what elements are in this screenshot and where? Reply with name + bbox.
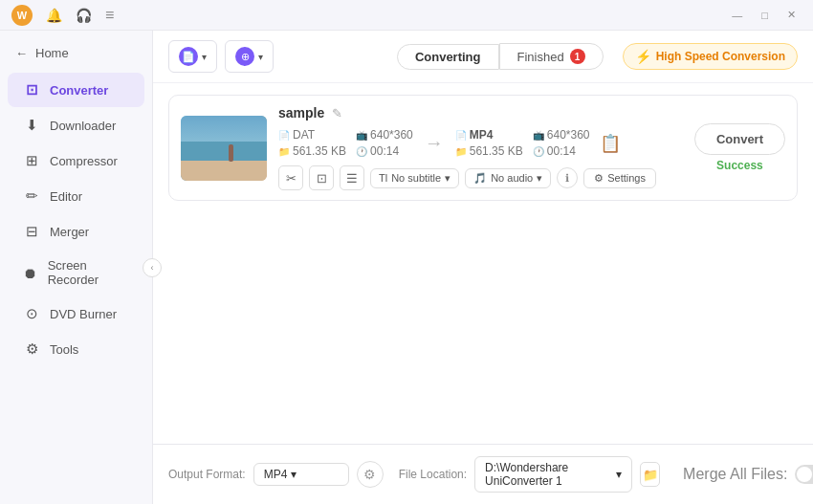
app-layout: ← Home ⊡Converter⬇Downloader⊞Compressor✏…: [0, 31, 813, 504]
settings-label: Settings: [607, 172, 646, 184]
back-icon: ←: [15, 46, 28, 60]
input-size-row: 📁 561.35 KB: [278, 144, 346, 158]
bottom-bar: Output Format: MP4 ▾ ⚙ File Location: D:…: [153, 444, 813, 504]
size-icon: 📁: [278, 146, 290, 157]
output-size-row: 📁 561.35 KB: [455, 144, 523, 158]
output-resolution: 640*360: [547, 128, 590, 142]
speed-conversion-button[interactable]: ⚡ High Speed Conversion: [623, 43, 798, 70]
sidebar-item-label-tools: Tools: [50, 342, 78, 357]
maximize-button[interactable]: □: [756, 8, 774, 23]
location-select[interactable]: D:\Wondershare UniConverter 1 ▾: [474, 456, 632, 493]
output-duration: 00:14: [547, 144, 576, 158]
merge-toggle[interactable]: [795, 465, 813, 484]
sidebar-home[interactable]: ← Home: [0, 38, 152, 72]
output-format-row: 📄 MP4: [455, 128, 523, 142]
sidebar-item-screen-recorder[interactable]: ⏺Screen Recorder: [8, 250, 144, 296]
speed-label: High Speed Conversion: [656, 50, 785, 63]
location-arrow: ▾: [616, 468, 622, 481]
headphone-icon[interactable]: 🎧: [76, 8, 92, 23]
audio-icon: 🎵: [473, 172, 487, 185]
sidebar-item-merger[interactable]: ⊟Merger: [8, 214, 144, 249]
settings-gear-icon: ⚙: [594, 172, 604, 185]
format-select[interactable]: MP4 ▾: [253, 463, 349, 486]
finished-tab[interactable]: Finished 1: [499, 43, 604, 70]
sidebar-item-label-merger: Merger: [50, 225, 89, 239]
sidebar-item-label-screen-recorder: Screen Recorder: [48, 258, 129, 287]
input-resolution-row: 📺 640*360: [356, 128, 413, 142]
converter-icon: ⊡: [23, 81, 40, 99]
output-resolution-row: 📺 640*360: [533, 128, 590, 142]
converting-tab[interactable]: Converting: [397, 44, 499, 70]
title-bar-icons: W 🔔 🎧 ≡: [11, 5, 114, 26]
cut-button[interactable]: ✂: [278, 165, 303, 190]
sidebar-item-editor[interactable]: ✏Editor: [8, 179, 144, 213]
sidebar-item-compressor[interactable]: ⊞Compressor: [8, 143, 144, 178]
format-icon: 📄: [278, 130, 290, 141]
sidebar-item-label-compressor: Compressor: [50, 154, 118, 168]
info-button[interactable]: ℹ: [557, 167, 578, 188]
output-size: 561.35 KB: [470, 144, 523, 158]
edit-icon[interactable]: ✎: [332, 106, 342, 121]
sidebar-item-label-editor: Editor: [50, 189, 82, 204]
compressor-icon: ⊞: [23, 152, 40, 169]
subtitle-select[interactable]: Tl No subtitle ▾: [370, 168, 459, 188]
add-files-button[interactable]: 📄 ▾: [168, 40, 217, 73]
file-name: sample: [278, 105, 324, 121]
merger-icon: ⊟: [23, 223, 40, 240]
crop-button[interactable]: ⊡: [309, 165, 334, 190]
output-format-field: Output Format: MP4 ▾ ⚙: [168, 461, 384, 488]
speed-icon: ⚡: [635, 49, 651, 64]
finished-tab-label: Finished: [517, 50, 564, 64]
output-format: MP4: [470, 128, 494, 142]
more-button[interactable]: ☰: [340, 165, 364, 190]
clock-icon: 🕐: [356, 146, 367, 157]
sidebar: ← Home ⊡Converter⬇Downloader⊞Compressor✏…: [0, 31, 153, 504]
downloader-icon: ⬇: [23, 117, 40, 134]
output-clock-icon: 🕐: [533, 146, 544, 157]
arrow-icon: →: [425, 132, 444, 154]
audio-select[interactable]: 🎵 No audio ▾: [465, 168, 551, 188]
settings-button[interactable]: ⚙ Settings: [583, 168, 656, 188]
close-button[interactable]: ✕: [781, 7, 802, 23]
finished-badge: 1: [570, 49, 585, 64]
input-format-row: 📄 DAT: [278, 128, 346, 142]
sidebar-items: ⊡Converter⬇Downloader⊞Compressor✏Editor⊟…: [0, 72, 152, 367]
audio-label: No audio: [491, 172, 533, 184]
dvd-burner-icon: ⊙: [23, 305, 40, 322]
success-label: Success: [716, 159, 763, 172]
sidebar-item-label-converter: Converter: [50, 83, 108, 98]
sidebar-item-label-dvd-burner: DVD Burner: [50, 307, 117, 321]
format-settings-button[interactable]: ⚙: [357, 461, 384, 488]
minimize-button[interactable]: —: [726, 8, 748, 23]
main-content: 📄 ▾ ⊕ ▾ Converting Finished 1 ⚡ High Spe…: [153, 31, 813, 504]
input-size: 561.35 KB: [293, 144, 346, 158]
beach-scene: [181, 116, 267, 181]
input-duration: 00:14: [370, 144, 399, 158]
sidebar-item-dvd-burner[interactable]: ⊙DVD Burner: [8, 296, 144, 331]
convert-button[interactable]: Convert: [694, 123, 785, 155]
app-icon: W: [11, 5, 33, 26]
file-item: sample ✎ 📄 DAT 📁 561.35 KB: [168, 95, 798, 201]
file-name-row: sample ✎: [278, 105, 675, 121]
extra-icon: 📋: [600, 133, 621, 154]
title-bar: W 🔔 🎧 ≡ — □ ✕: [0, 0, 813, 31]
format-arrow: ▾: [291, 468, 297, 481]
add-option-arrow: ▾: [258, 52, 263, 62]
output-format-label: Output Format:: [168, 468, 246, 481]
menu-icon[interactable]: ≡: [105, 7, 114, 24]
bell-icon[interactable]: 🔔: [46, 8, 62, 23]
file-list: sample ✎ 📄 DAT 📁 561.35 KB: [153, 83, 813, 444]
sidebar-collapse-button[interactable]: ‹: [143, 258, 162, 277]
add-option-button[interactable]: ⊕ ▾: [225, 40, 274, 73]
sidebar-item-downloader[interactable]: ⬇Downloader: [8, 108, 144, 142]
input-resolution: 640*360: [370, 128, 413, 142]
convert-section: Convert Success: [694, 123, 785, 172]
add-file-icon: 📄: [179, 47, 198, 66]
sidebar-item-converter[interactable]: ⊡Converter: [8, 73, 144, 107]
input-format: DAT: [293, 128, 315, 142]
file-info: sample ✎ 📄 DAT 📁 561.35 KB: [278, 105, 675, 190]
file-thumbnail: [181, 116, 267, 181]
folder-button[interactable]: 📁: [640, 462, 660, 487]
sand: [181, 161, 267, 180]
sidebar-item-tools[interactable]: ⚙Tools: [8, 332, 144, 366]
